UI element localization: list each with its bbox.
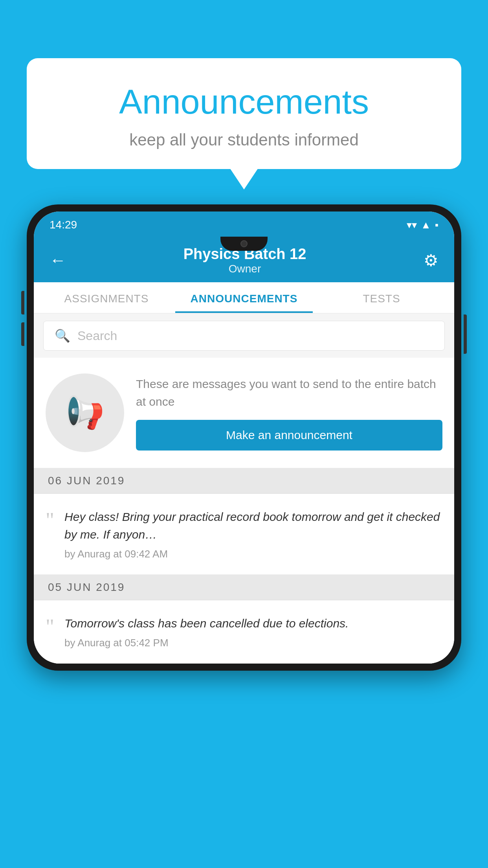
promo-section: 📢 These are messages you want to send to… bbox=[34, 358, 454, 468]
status-bar: 14:29 ▾▾ ▲ ▪ bbox=[34, 211, 454, 237]
phone-wrapper: 14:29 ▾▾ ▲ ▪ ← Physics Batch 12 Owner ⚙ bbox=[27, 204, 461, 671]
battery-icon: ▪ bbox=[435, 219, 438, 231]
promo-right: These are messages you want to send to t… bbox=[136, 375, 442, 451]
announcement-content-1: Hey class! Bring your practical record b… bbox=[64, 508, 442, 560]
search-placeholder: Search bbox=[77, 329, 117, 343]
tab-announcements[interactable]: ANNOUNCEMENTS bbox=[175, 282, 313, 313]
phone-mockup: 14:29 ▾▾ ▲ ▪ ← Physics Batch 12 Owner ⚙ bbox=[27, 204, 461, 671]
tab-tests[interactable]: TESTS bbox=[313, 282, 450, 313]
phone-screen: 14:29 ▾▾ ▲ ▪ ← Physics Batch 12 Owner ⚙ bbox=[34, 211, 454, 664]
announcement-text-1: Hey class! Bring your practical record b… bbox=[64, 508, 442, 543]
date-separator-1: 06 JUN 2019 bbox=[34, 468, 454, 494]
date-separator-2: 05 JUN 2019 bbox=[34, 575, 454, 600]
announcement-item-1[interactable]: " Hey class! Bring your practical record… bbox=[34, 494, 454, 575]
volume-up-button bbox=[21, 291, 24, 314]
megaphone-icon: 📢 bbox=[65, 394, 105, 431]
speech-bubble: Announcements keep all your students inf… bbox=[27, 58, 461, 169]
quote-icon-1: " bbox=[46, 509, 54, 531]
settings-icon[interactable]: ⚙ bbox=[424, 251, 438, 270]
bubble-title: Announcements bbox=[42, 82, 446, 122]
wifi-icon: ▾▾ bbox=[407, 219, 417, 231]
make-announcement-button[interactable]: Make an announcement bbox=[136, 420, 442, 451]
status-icons: ▾▾ ▲ ▪ bbox=[407, 219, 438, 231]
back-button[interactable]: ← bbox=[50, 251, 66, 270]
tab-assignments[interactable]: ASSIGNMENTS bbox=[38, 282, 175, 313]
search-bar[interactable]: 🔍 Search bbox=[43, 321, 445, 351]
search-icon: 🔍 bbox=[55, 328, 70, 343]
announcement-meta-2: by Anurag at 05:42 PM bbox=[64, 637, 442, 649]
speech-bubble-wrapper: Announcements keep all your students inf… bbox=[27, 58, 461, 169]
announcement-content-2: Tomorrow's class has been cancelled due … bbox=[64, 614, 442, 649]
user-role: Owner bbox=[66, 263, 424, 275]
quote-icon-2: " bbox=[46, 616, 54, 637]
megaphone-icon-wrapper: 📢 bbox=[46, 373, 124, 452]
promo-description: These are messages you want to send to t… bbox=[136, 375, 442, 410]
volume-down-button bbox=[21, 322, 24, 346]
bubble-subtitle: keep all your students informed bbox=[42, 131, 446, 149]
tab-bar: ASSIGNMENTS ANNOUNCEMENTS TESTS bbox=[34, 282, 454, 314]
announcement-item-2[interactable]: " Tomorrow's class has been cancelled du… bbox=[34, 600, 454, 664]
search-bar-wrapper: 🔍 Search bbox=[34, 314, 454, 358]
power-button bbox=[464, 314, 467, 354]
announcement-text-2: Tomorrow's class has been cancelled due … bbox=[64, 614, 442, 632]
signal-icon: ▲ bbox=[421, 219, 431, 231]
status-time: 14:29 bbox=[50, 219, 77, 231]
announcement-meta-1: by Anurag at 09:42 AM bbox=[64, 548, 442, 560]
phone-notch bbox=[220, 237, 268, 251]
front-camera bbox=[240, 240, 248, 247]
